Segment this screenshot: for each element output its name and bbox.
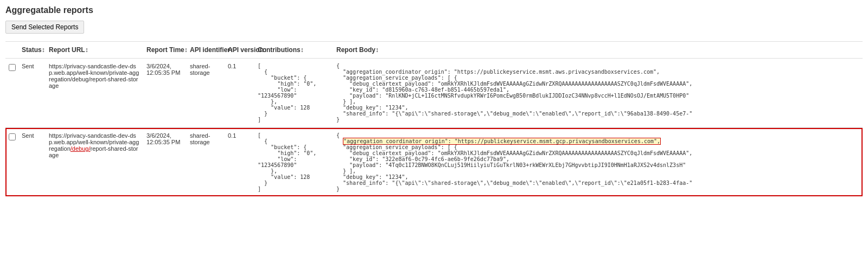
header-api-ver[interactable]: API version↕ (225, 42, 254, 59)
row-time: 3/6/2024, 12:05:35 PM (143, 59, 187, 127)
row-checkbox[interactable] (9, 133, 16, 140)
header-contributions[interactable]: Contributions↕ (254, 42, 333, 59)
header-api-id[interactable]: API identifier↕ (187, 42, 225, 59)
row-api-version: 0.1 (225, 59, 254, 127)
row-api-id: shared-storage (187, 128, 225, 197)
header-time[interactable]: Report Time↕ (143, 42, 187, 59)
table-row: Senthttps://privacy-sandcastle-dev-dsp.w… (5, 128, 863, 197)
url-debug-highlight: /debug/ (71, 145, 91, 152)
table-row: Senthttps://privacy-sandcastle-dev-dsp.w… (5, 59, 863, 127)
row-url: https://privacy-sandcastle-dev-dsp.web.a… (46, 128, 143, 197)
row-contributions: [ { "bucket": { "high": "0", "low": "123… (254, 128, 333, 197)
page-title: Aggregatable reports (5, 5, 863, 15)
body-highlighted-origin: "aggregation_coordinator_origin": "https… (343, 138, 661, 145)
row-report-body: { "aggregation_coordinator_origin": "htt… (333, 59, 863, 127)
header-status[interactable]: Status↕ (18, 42, 46, 59)
send-selected-reports-button[interactable]: Send Selected Reports (5, 21, 84, 34)
row-api-id: shared-storage (187, 59, 225, 127)
header-checkbox-col (5, 42, 18, 59)
header-body[interactable]: Report Body↕ (333, 42, 863, 59)
row-status: Sent (18, 128, 46, 197)
row-contributions: [ { "bucket": { "high": "0", "low": "123… (254, 59, 333, 127)
row-time: 3/6/2024, 12:05:35 PM (143, 128, 187, 197)
row-report-body: { "aggregation_coordinator_origin": "htt… (333, 128, 863, 197)
row-api-version: 0.1 (225, 128, 254, 197)
table-header-row: Status↕ Report URL↕ Report Time↕ API ide… (5, 42, 863, 59)
row-status: Sent (18, 59, 46, 127)
row-url: https://privacy-sandcastle-dev-dsp.web.a… (46, 59, 143, 127)
row-checkbox[interactable] (9, 64, 16, 71)
header-url[interactable]: Report URL↕ (46, 42, 143, 59)
